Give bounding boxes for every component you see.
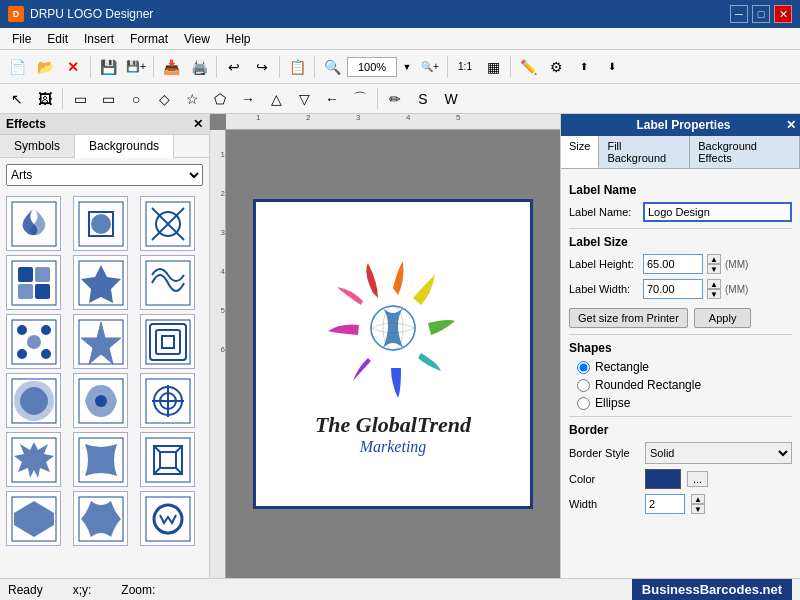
effect-item-15[interactable]: [140, 432, 195, 487]
color-swatch[interactable]: [645, 469, 681, 489]
tab-fill-background[interactable]: Fill Background: [599, 136, 690, 168]
redo-button[interactable]: ↪: [249, 54, 275, 80]
color-picker-button[interactable]: ...: [687, 471, 708, 487]
width-spin-up[interactable]: ▲: [707, 279, 721, 289]
apply-button[interactable]: Apply: [694, 308, 752, 328]
border-width-input[interactable]: [645, 494, 685, 514]
props-tabs: Size Fill Background Background Effects: [561, 136, 800, 169]
effect-item-8[interactable]: [73, 314, 128, 369]
menu-help[interactable]: Help: [218, 30, 259, 48]
shape-rectangle-radio[interactable]: [577, 361, 590, 374]
tool-image[interactable]: 🖼: [32, 86, 58, 112]
svg-marker-42: [14, 501, 54, 537]
menu-edit[interactable]: Edit: [39, 30, 76, 48]
effect-item-1[interactable]: [6, 196, 61, 251]
effect-item-13[interactable]: [6, 432, 61, 487]
tool-pencil[interactable]: ✏: [382, 86, 408, 112]
edit-button[interactable]: ✏️: [515, 54, 541, 80]
shapes-section: Shapes: [569, 341, 792, 355]
save-as-button[interactable]: 💾+: [123, 54, 149, 80]
effects-tabs: Symbols Backgrounds: [0, 135, 209, 158]
design-canvas[interactable]: The GlobalTrend Marketing: [253, 199, 533, 509]
settings-button[interactable]: ⚙: [543, 54, 569, 80]
toolbar-sep-6: [447, 56, 448, 78]
shape-rounded-radio[interactable]: [577, 379, 590, 392]
tab-background-effects[interactable]: Background Effects: [690, 136, 800, 168]
effect-item-7[interactable]: [6, 314, 61, 369]
close-doc-button[interactable]: ✕: [60, 54, 86, 80]
tool-select[interactable]: ↖: [4, 86, 30, 112]
save-button[interactable]: 💾: [95, 54, 121, 80]
new-button[interactable]: 📄: [4, 54, 30, 80]
grid-button[interactable]: ▦: [480, 54, 506, 80]
label-height-unit: (MM): [725, 259, 748, 270]
border-width-spin-down[interactable]: ▼: [691, 504, 705, 514]
tool-arrow-d[interactable]: ▽: [291, 86, 317, 112]
tool-diamond[interactable]: ◇: [151, 86, 177, 112]
shape-ellipse-radio[interactable]: [577, 397, 590, 410]
label-width-input[interactable]: [643, 279, 703, 299]
label-name-input[interactable]: [643, 202, 792, 222]
svg-rect-11: [35, 284, 50, 299]
effect-item-16[interactable]: [6, 491, 61, 546]
tab-symbols[interactable]: Symbols: [0, 135, 75, 157]
props-close-icon[interactable]: ✕: [786, 118, 796, 132]
menu-view[interactable]: View: [176, 30, 218, 48]
more-button[interactable]: ⬇: [599, 54, 625, 80]
zoom-input[interactable]: [347, 57, 397, 77]
maximize-button[interactable]: □: [752, 5, 770, 23]
border-style-select[interactable]: Solid Dashed Dotted Double: [645, 442, 792, 464]
open-button[interactable]: 📂: [32, 54, 58, 80]
tool-arrow-r[interactable]: →: [235, 86, 261, 112]
width-spin-down[interactable]: ▼: [707, 289, 721, 299]
import-button[interactable]: 📥: [158, 54, 184, 80]
tool-star[interactable]: ☆: [179, 86, 205, 112]
tool-word[interactable]: W: [438, 86, 464, 112]
tab-backgrounds[interactable]: Backgrounds: [75, 135, 174, 158]
zoom-dropdown-button[interactable]: ▼: [399, 54, 415, 80]
effect-item-6[interactable]: [140, 255, 195, 310]
tool-rect[interactable]: ▭: [67, 86, 93, 112]
tool-pentagon[interactable]: ⬠: [207, 86, 233, 112]
tab-size[interactable]: Size: [561, 136, 599, 168]
zoom-out-icon[interactable]: 🔍: [319, 54, 345, 80]
effect-item-2[interactable]: [73, 196, 128, 251]
fit-button[interactable]: 1:1: [452, 54, 478, 80]
effect-item-18[interactable]: [140, 491, 195, 546]
effects-close-icon[interactable]: ✕: [193, 117, 203, 131]
height-spin-up[interactable]: ▲: [707, 254, 721, 264]
undo-button[interactable]: ↩: [221, 54, 247, 80]
minimize-button[interactable]: ─: [730, 5, 748, 23]
effect-item-14[interactable]: [73, 432, 128, 487]
tool-arc[interactable]: ⌒: [347, 86, 373, 112]
effect-item-17[interactable]: [73, 491, 128, 546]
menu-insert[interactable]: Insert: [76, 30, 122, 48]
get-size-button[interactable]: Get size from Printer: [569, 308, 688, 328]
category-select[interactable]: Arts Business Nature Shapes Technology: [6, 164, 203, 186]
menu-file[interactable]: File: [4, 30, 39, 48]
effect-item-10[interactable]: [6, 373, 61, 428]
tool-rounded-rect[interactable]: ▭: [95, 86, 121, 112]
effect-item-5[interactable]: [73, 255, 128, 310]
effect-item-12[interactable]: [140, 373, 195, 428]
label-name-row: Label Name:: [569, 202, 792, 222]
close-button[interactable]: ✕: [774, 5, 792, 23]
tool-arrow-l[interactable]: ←: [319, 86, 345, 112]
export-button[interactable]: ⬆: [571, 54, 597, 80]
copy-button[interactable]: 📋: [284, 54, 310, 80]
menu-format[interactable]: Format: [122, 30, 176, 48]
tool-ellipse[interactable]: ○: [123, 86, 149, 112]
effect-item-9[interactable]: [140, 314, 195, 369]
border-width-spin-up[interactable]: ▲: [691, 494, 705, 504]
effect-item-3[interactable]: [140, 196, 195, 251]
print-button[interactable]: 🖨️: [186, 54, 212, 80]
tool-swirl[interactable]: S: [410, 86, 436, 112]
height-spin-down[interactable]: ▼: [707, 264, 721, 274]
effect-item-4[interactable]: [6, 255, 61, 310]
zoom-in-icon[interactable]: 🔍+: [417, 54, 443, 80]
brand-link[interactable]: BusinessBarcodes.net: [632, 579, 792, 601]
label-height-input[interactable]: [643, 254, 703, 274]
title-bar-controls: ─ □ ✕: [730, 5, 792, 23]
tool-arrow-u[interactable]: △: [263, 86, 289, 112]
effect-item-11[interactable]: [73, 373, 128, 428]
